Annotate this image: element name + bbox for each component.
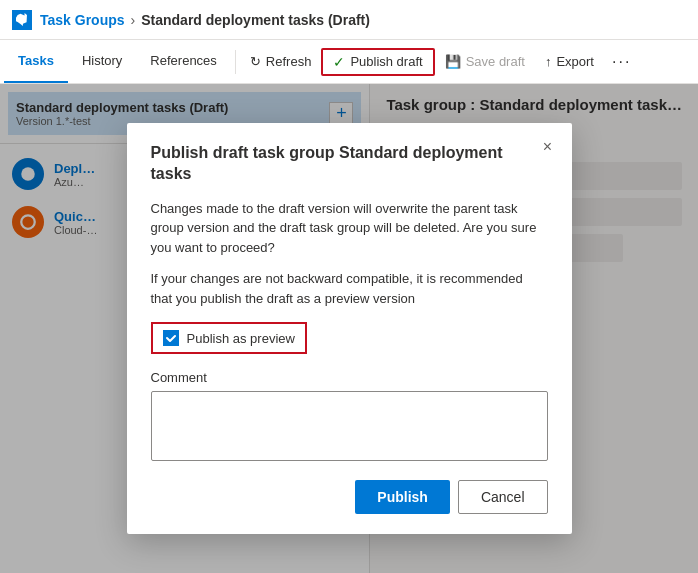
publish-draft-button[interactable]: ✓ Publish draft	[321, 48, 434, 76]
checkmark-icon: ✓	[333, 54, 345, 70]
breadcrumb-parent[interactable]: Task Groups	[40, 12, 125, 28]
tab-tasks[interactable]: Tasks	[4, 40, 68, 83]
tab-references[interactable]: References	[136, 40, 230, 83]
dialog-body-2: If your changes are not backward compati…	[151, 269, 548, 308]
save-draft-button[interactable]: 💾 Save draft	[435, 50, 535, 73]
save-icon: 💾	[445, 54, 461, 69]
more-button[interactable]: ···	[604, 49, 639, 75]
publish-preview-checkbox[interactable]	[163, 330, 179, 346]
export-icon: ↑	[545, 54, 552, 69]
modal-overlay: × Publish draft task group Standard depl…	[0, 84, 698, 573]
comment-input[interactable]	[151, 391, 548, 461]
dialog-close-button[interactable]: ×	[536, 135, 560, 159]
publish-button[interactable]: Publish	[355, 480, 450, 514]
refresh-button[interactable]: ↻ Refresh	[240, 50, 322, 73]
refresh-icon: ↻	[250, 54, 261, 69]
cancel-button[interactable]: Cancel	[458, 480, 548, 514]
publish-dialog: × Publish draft task group Standard depl…	[127, 123, 572, 534]
tab-history[interactable]: History	[68, 40, 136, 83]
breadcrumb: Task Groups › Standard deployment tasks …	[40, 12, 370, 28]
publish-preview-label: Publish as preview	[187, 331, 295, 346]
comment-label: Comment	[151, 370, 207, 385]
dialog-title: Publish draft task group Standard deploy…	[151, 143, 548, 185]
breadcrumb-current: Standard deployment tasks (Draft)	[141, 12, 370, 28]
export-button[interactable]: ↑ Export	[535, 50, 604, 73]
azure-devops-icon	[12, 10, 32, 30]
breadcrumb-separator: ›	[131, 12, 136, 28]
dialog-body-1: Changes made to the draft version will o…	[151, 199, 548, 258]
